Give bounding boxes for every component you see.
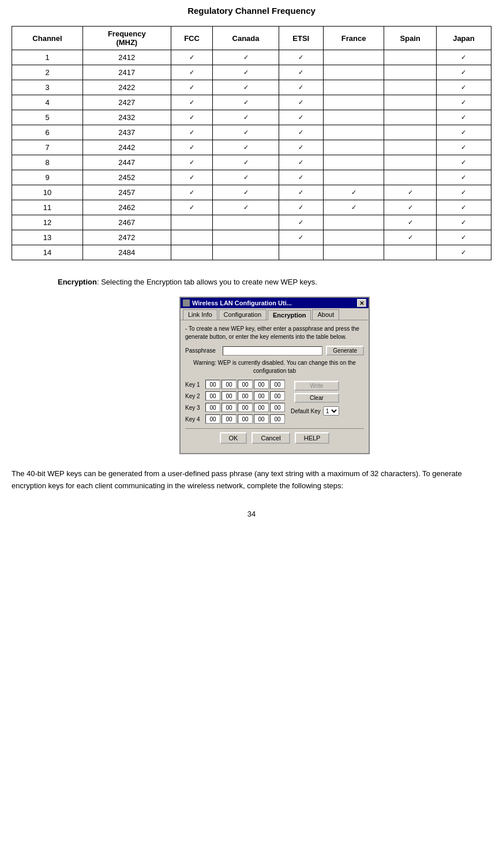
key-boxes-4: 0000000000 xyxy=(205,414,285,424)
write-button[interactable]: Write xyxy=(294,381,339,391)
ok-button[interactable]: OK xyxy=(220,432,247,444)
default-key-select[interactable]: 1234 xyxy=(323,406,339,416)
dialog-titlebar: Wireless LAN Configuration Uti... ✕ xyxy=(181,298,369,308)
col-header-canada: Canada xyxy=(213,27,279,50)
dialog-close-button[interactable]: ✕ xyxy=(357,299,366,307)
cell-channel: 2 xyxy=(12,65,83,80)
key-boxes-1: 0000000000 xyxy=(205,380,285,389)
cell-japan: ✓ xyxy=(436,185,491,200)
cell-france xyxy=(323,50,384,65)
cell-canada xyxy=(213,230,279,245)
key-box-4-3[interactable]: 00 xyxy=(238,414,253,424)
cell-etsi: ✓ xyxy=(279,50,323,65)
key-box-4-2[interactable]: 00 xyxy=(222,414,237,424)
dialog-tabs: Link Info Configuration Encryption About xyxy=(181,308,369,320)
generate-button[interactable]: Generate xyxy=(326,346,364,356)
dialog-title-icon xyxy=(183,300,190,306)
cell-freq: 2437 xyxy=(83,125,171,140)
cell-japan: ✓ xyxy=(436,155,491,170)
key-box-1-2[interactable]: 00 xyxy=(222,380,237,389)
cell-japan: ✓ xyxy=(436,125,491,140)
cell-channel: 6 xyxy=(12,125,83,140)
cell-channel: 12 xyxy=(12,215,83,230)
clear-button[interactable]: Clear xyxy=(294,393,339,403)
col-header-channel: Channel xyxy=(12,27,83,50)
key-box-2-2[interactable]: 00 xyxy=(222,391,237,401)
cell-japan: ✓ xyxy=(436,95,491,110)
cell-spain xyxy=(384,155,437,170)
key-box-4-4[interactable]: 00 xyxy=(254,414,269,424)
key-box-2-4[interactable]: 00 xyxy=(254,391,269,401)
key-box-4-5[interactable]: 00 xyxy=(270,414,285,424)
cell-freq: 2417 xyxy=(83,65,171,80)
cell-spain xyxy=(384,80,437,95)
tab-about[interactable]: About xyxy=(312,309,339,320)
key-box-3-4[interactable]: 00 xyxy=(254,403,269,412)
cell-channel: 11 xyxy=(12,200,83,215)
key-box-3-2[interactable]: 00 xyxy=(222,403,237,412)
cell-france xyxy=(323,245,384,260)
cell-spain xyxy=(384,110,437,125)
passphrase-label: Passphrase xyxy=(185,347,223,354)
cell-canada: ✓ xyxy=(213,95,279,110)
cell-freq: 2452 xyxy=(83,170,171,185)
cell-channel: 13 xyxy=(12,230,83,245)
cell-etsi: ✓ xyxy=(279,95,323,110)
cell-etsi: ✓ xyxy=(279,110,323,125)
cell-japan: ✓ xyxy=(436,215,491,230)
key-box-3-5[interactable]: 00 xyxy=(270,403,285,412)
cell-spain: ✓ xyxy=(384,185,437,200)
cell-spain: ✓ xyxy=(384,200,437,215)
cell-japan: ✓ xyxy=(436,110,491,125)
key-box-1-5[interactable]: 00 xyxy=(270,380,285,389)
cell-freq: 2457 xyxy=(83,185,171,200)
cell-freq: 2412 xyxy=(83,50,171,65)
page-title: Regulatory Channel Frequency xyxy=(12,6,491,16)
cell-freq: 2467 xyxy=(83,215,171,230)
cell-spain: ✓ xyxy=(384,215,437,230)
cell-spain xyxy=(384,125,437,140)
cell-channel: 10 xyxy=(12,185,83,200)
cancel-button[interactable]: Cancel xyxy=(252,432,290,444)
key-box-3-1[interactable]: 00 xyxy=(205,403,220,412)
tab-encryption[interactable]: Encryption xyxy=(268,310,311,320)
encryption-text: Encryption: Selecting the Encryption tab… xyxy=(58,278,491,286)
cell-etsi xyxy=(279,245,323,260)
cell-fcc: ✓ xyxy=(171,170,213,185)
cell-fcc xyxy=(171,215,213,230)
key-box-2-3[interactable]: 00 xyxy=(238,391,253,401)
key-box-1-3[interactable]: 00 xyxy=(238,380,253,389)
dialog-box: Wireless LAN Configuration Uti... ✕ Link… xyxy=(179,297,370,454)
cell-spain xyxy=(384,95,437,110)
passphrase-input[interactable] xyxy=(223,346,322,356)
key-box-2-1[interactable]: 00 xyxy=(205,391,220,401)
key-box-2-5[interactable]: 00 xyxy=(270,391,285,401)
cell-freq: 2472 xyxy=(83,230,171,245)
cell-fcc: ✓ xyxy=(171,65,213,80)
tab-configuration[interactable]: Configuration xyxy=(219,309,266,320)
cell-france xyxy=(323,110,384,125)
key-box-1-4[interactable]: 00 xyxy=(254,380,269,389)
help-button[interactable]: HELP xyxy=(295,432,330,444)
cell-canada: ✓ xyxy=(213,200,279,215)
dialog-title-text: Wireless LAN Configuration Uti... xyxy=(192,300,292,306)
cell-freq: 2484 xyxy=(83,245,171,260)
key-box-3-3[interactable]: 00 xyxy=(238,403,253,412)
cell-japan: ✓ xyxy=(436,50,491,65)
cell-spain xyxy=(384,50,437,65)
cell-etsi: ✓ xyxy=(279,185,323,200)
table-row: 92452✓✓✓✓ xyxy=(12,170,491,185)
cell-fcc: ✓ xyxy=(171,95,213,110)
dialog-info-text: - To create a new WEP key, either enter … xyxy=(185,325,364,341)
cell-channel: 5 xyxy=(12,110,83,125)
cell-fcc: ✓ xyxy=(171,185,213,200)
key-box-1-1[interactable]: 00 xyxy=(205,380,220,389)
cell-fcc: ✓ xyxy=(171,50,213,65)
col-header-spain: Spain xyxy=(384,27,437,50)
table-row: 72442✓✓✓✓ xyxy=(12,140,491,155)
tab-link-info[interactable]: Link Info xyxy=(183,309,217,320)
cell-etsi: ✓ xyxy=(279,125,323,140)
cell-channel: 9 xyxy=(12,170,83,185)
key-box-4-1[interactable]: 00 xyxy=(205,414,220,424)
key-row-2: Key 20000000000 xyxy=(185,391,285,401)
